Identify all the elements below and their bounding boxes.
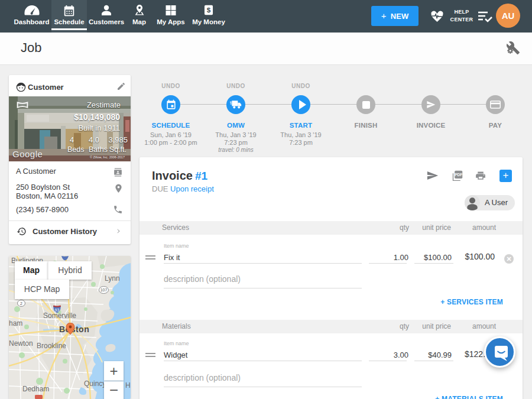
svg-text:93: 93 bbox=[55, 308, 60, 312]
svg-text:PDF: PDF bbox=[455, 173, 462, 177]
svg-text:107: 107 bbox=[100, 288, 108, 292]
svg-text:$: $ bbox=[207, 6, 211, 14]
svg-text:2: 2 bbox=[20, 301, 22, 306]
